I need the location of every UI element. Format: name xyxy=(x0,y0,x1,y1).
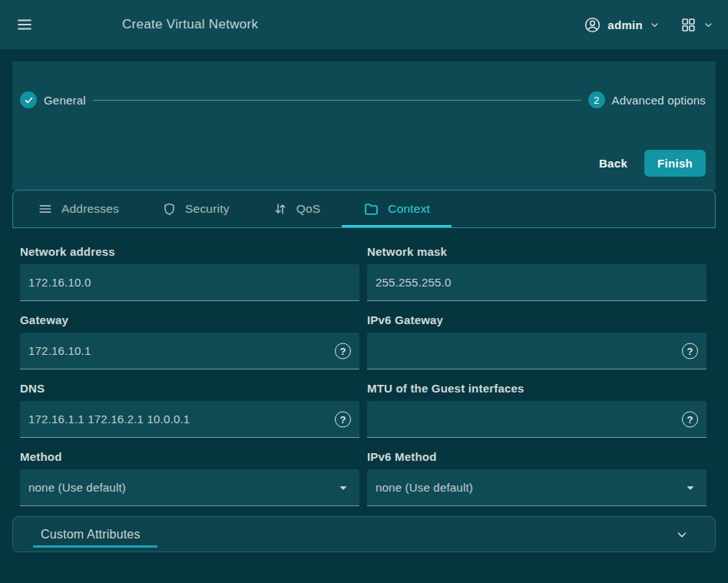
field-ipv6-gateway: IPv6 Gateway ? xyxy=(367,313,706,369)
chevron-down-icon xyxy=(703,19,714,31)
mtu-input[interactable] xyxy=(367,401,706,438)
gateway-input[interactable] xyxy=(20,333,359,369)
folder-icon xyxy=(363,201,379,217)
field-label: MTU of the Guest interfaces xyxy=(367,382,706,395)
apps-grid-icon xyxy=(680,17,697,33)
step-label: General xyxy=(44,94,86,107)
field-network-address: Network address xyxy=(20,245,359,301)
field-label: IPv6 Method xyxy=(367,450,706,463)
chevron-down-icon xyxy=(675,528,689,542)
tab-security[interactable]: Security xyxy=(141,190,251,227)
help-icon[interactable]: ? xyxy=(335,343,351,359)
field-label: Network mask xyxy=(367,245,706,258)
back-button[interactable]: Back xyxy=(594,151,632,176)
tab-addresses[interactable]: Addresses xyxy=(16,190,141,227)
stepper-connector xyxy=(93,100,581,101)
tab-label: Security xyxy=(185,202,230,216)
fields-grid: Network address Network mask Gateway ? I… xyxy=(0,228,728,506)
method-select[interactable]: none (Use default) xyxy=(20,469,359,506)
tab-label: Addresses xyxy=(61,202,119,216)
network-address-input[interactable] xyxy=(20,264,359,301)
stepper-panel: General 2 Advanced options Back Finish xyxy=(12,61,716,190)
field-label: DNS xyxy=(20,382,359,395)
select-caret-icon xyxy=(682,479,699,496)
account-icon xyxy=(584,16,601,34)
field-dns: DNS ? xyxy=(20,382,359,438)
stepper: General 2 Advanced options xyxy=(20,91,706,108)
tab-qos[interactable]: QoS xyxy=(251,190,342,227)
sort-arrows-icon xyxy=(273,201,288,217)
ipv6-method-select[interactable]: none (Use default) xyxy=(367,469,706,506)
step-advanced-options[interactable]: 2 Advanced options xyxy=(588,91,706,108)
field-ipv6-method: IPv6 Method none (Use default) xyxy=(367,450,706,506)
field-mtu: MTU of the Guest interfaces ? xyxy=(367,382,706,438)
dns-input[interactable] xyxy=(20,401,359,438)
ipv6-gateway-input[interactable] xyxy=(367,333,706,369)
finish-button[interactable]: Finish xyxy=(644,150,706,177)
apps-menu[interactable] xyxy=(680,17,714,33)
menu-icon[interactable] xyxy=(14,14,35,35)
shield-icon xyxy=(162,202,177,217)
tab-label: Context xyxy=(388,202,430,216)
user-menu[interactable]: admin xyxy=(584,16,660,34)
field-label: Network address xyxy=(20,245,359,258)
wizard-actions: Back Finish xyxy=(20,150,706,177)
field-label: Method xyxy=(20,450,359,463)
select-value: none (Use default) xyxy=(376,481,473,494)
select-caret-icon xyxy=(335,479,352,496)
tabbar: Addresses Security QoS Context xyxy=(12,190,716,228)
network-mask-input[interactable] xyxy=(367,264,706,301)
help-icon[interactable]: ? xyxy=(335,412,351,428)
tab-context[interactable]: Context xyxy=(342,190,452,227)
accordion-title: Custom Attributes xyxy=(41,528,141,542)
tab-label: QoS xyxy=(296,202,321,216)
step-label: Advanced options xyxy=(612,94,706,107)
field-network-mask: Network mask xyxy=(367,245,706,301)
list-icon xyxy=(38,201,53,217)
username: admin xyxy=(607,18,643,31)
accordion-title-wrap: Custom Attributes xyxy=(41,517,141,552)
field-method: Method none (Use default) xyxy=(20,450,359,506)
chevron-down-icon xyxy=(649,19,660,31)
step-number-badge: 2 xyxy=(588,91,605,108)
check-icon xyxy=(20,91,37,108)
custom-attributes-accordion[interactable]: Custom Attributes xyxy=(12,516,716,552)
topbar: Create Virtual Network admin xyxy=(0,0,728,49)
field-gateway: Gateway ? xyxy=(20,313,359,369)
help-icon[interactable]: ? xyxy=(682,412,698,428)
field-label: IPv6 Gateway xyxy=(367,313,706,326)
field-label: Gateway xyxy=(20,313,359,326)
step-general[interactable]: General xyxy=(20,91,86,108)
help-icon[interactable]: ? xyxy=(682,343,698,359)
page-title: Create Virtual Network xyxy=(122,17,258,32)
select-value: none (Use default) xyxy=(28,481,126,494)
context-form: Network address Network mask Gateway ? I… xyxy=(0,228,728,552)
